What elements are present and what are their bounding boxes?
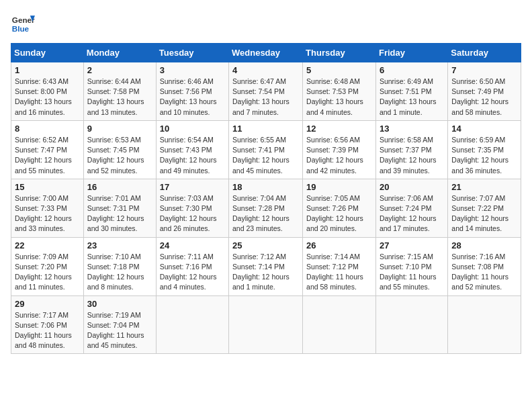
day-detail: Sunrise: 6:50 AM Sunset: 7:49 PM Dayligh… xyxy=(451,77,517,118)
day-number: 6 xyxy=(380,65,444,75)
day-number: 20 xyxy=(380,182,444,192)
day-detail: Sunrise: 6:43 AM Sunset: 8:00 PM Dayligh… xyxy=(15,77,80,118)
day-detail: Sunrise: 7:09 AM Sunset: 7:20 PM Dayligh… xyxy=(15,252,80,293)
day-detail: Sunrise: 7:01 AM Sunset: 7:31 PM Dayligh… xyxy=(87,193,152,234)
col-header-wednesday: Wednesday xyxy=(229,44,303,62)
calendar-cell: 4Sunrise: 6:47 AM Sunset: 7:54 PM Daylig… xyxy=(229,62,303,121)
calendar-table: SundayMondayTuesdayWednesdayThursdayFrid… xyxy=(11,43,521,354)
day-detail: Sunrise: 7:03 AM Sunset: 7:30 PM Dayligh… xyxy=(160,193,225,234)
calendar-cell: 3Sunrise: 6:46 AM Sunset: 7:56 PM Daylig… xyxy=(156,62,228,121)
calendar-cell: 12Sunrise: 6:56 AM Sunset: 7:39 PM Dayli… xyxy=(303,120,376,179)
day-number: 29 xyxy=(15,299,80,309)
day-detail: Sunrise: 7:12 AM Sunset: 7:14 PM Dayligh… xyxy=(232,252,299,293)
calendar-cell: 7Sunrise: 6:50 AM Sunset: 7:49 PM Daylig… xyxy=(448,62,521,121)
day-detail: Sunrise: 6:47 AM Sunset: 7:54 PM Dayligh… xyxy=(232,77,299,118)
calendar-cell xyxy=(229,295,303,354)
col-header-sunday: Sunday xyxy=(11,44,84,62)
week-row-3: 22Sunrise: 7:09 AM Sunset: 7:20 PM Dayli… xyxy=(11,237,521,295)
day-detail: Sunrise: 6:48 AM Sunset: 7:53 PM Dayligh… xyxy=(306,77,372,118)
day-detail: Sunrise: 7:04 AM Sunset: 7:28 PM Dayligh… xyxy=(232,193,299,234)
day-number: 5 xyxy=(306,65,372,75)
day-number: 17 xyxy=(160,182,225,192)
day-number: 22 xyxy=(15,240,80,250)
calendar-cell: 16Sunrise: 7:01 AM Sunset: 7:31 PM Dayli… xyxy=(83,179,156,237)
day-number: 4 xyxy=(232,65,299,75)
calendar-cell: 23Sunrise: 7:10 AM Sunset: 7:18 PM Dayli… xyxy=(83,237,156,295)
day-detail: Sunrise: 6:55 AM Sunset: 7:41 PM Dayligh… xyxy=(232,135,299,176)
calendar-cell xyxy=(375,295,447,354)
day-detail: Sunrise: 7:06 AM Sunset: 7:24 PM Dayligh… xyxy=(380,193,444,234)
calendar-cell: 22Sunrise: 7:09 AM Sunset: 7:20 PM Dayli… xyxy=(11,237,84,295)
logo: General Blue xyxy=(11,11,35,35)
day-detail: Sunrise: 7:07 AM Sunset: 7:22 PM Dayligh… xyxy=(451,193,517,234)
col-header-thursday: Thursday xyxy=(303,44,376,62)
day-number: 12 xyxy=(306,124,372,134)
day-detail: Sunrise: 7:17 AM Sunset: 7:06 PM Dayligh… xyxy=(15,310,80,351)
calendar-cell: 19Sunrise: 7:05 AM Sunset: 7:26 PM Dayli… xyxy=(303,179,376,237)
svg-text:Blue: Blue xyxy=(12,24,30,33)
calendar-cell: 24Sunrise: 7:11 AM Sunset: 7:16 PM Dayli… xyxy=(156,237,228,295)
day-number: 25 xyxy=(232,240,299,250)
calendar-cell: 25Sunrise: 7:12 AM Sunset: 7:14 PM Dayli… xyxy=(229,237,303,295)
col-header-friday: Friday xyxy=(375,44,447,62)
day-detail: Sunrise: 6:59 AM Sunset: 7:35 PM Dayligh… xyxy=(451,135,517,176)
day-number: 15 xyxy=(15,182,80,192)
calendar-cell: 15Sunrise: 7:00 AM Sunset: 7:33 PM Dayli… xyxy=(11,179,84,237)
day-number: 1 xyxy=(15,65,80,75)
day-detail: Sunrise: 6:44 AM Sunset: 7:58 PM Dayligh… xyxy=(87,77,152,118)
day-number: 21 xyxy=(451,182,517,192)
calendar-cell xyxy=(448,295,521,354)
day-detail: Sunrise: 7:14 AM Sunset: 7:12 PM Dayligh… xyxy=(306,252,372,293)
day-number: 27 xyxy=(380,240,444,250)
calendar-cell: 20Sunrise: 7:06 AM Sunset: 7:24 PM Dayli… xyxy=(375,179,447,237)
day-detail: Sunrise: 6:53 AM Sunset: 7:45 PM Dayligh… xyxy=(87,135,152,176)
day-detail: Sunrise: 6:58 AM Sunset: 7:37 PM Dayligh… xyxy=(380,135,444,176)
calendar-cell xyxy=(303,295,376,354)
day-number: 18 xyxy=(232,182,299,192)
day-number: 30 xyxy=(87,299,152,309)
day-detail: Sunrise: 6:54 AM Sunset: 7:43 PM Dayligh… xyxy=(160,135,225,176)
day-number: 14 xyxy=(451,124,517,134)
day-detail: Sunrise: 7:00 AM Sunset: 7:33 PM Dayligh… xyxy=(15,193,80,234)
day-detail: Sunrise: 6:46 AM Sunset: 7:56 PM Dayligh… xyxy=(160,77,225,118)
day-detail: Sunrise: 6:52 AM Sunset: 7:47 PM Dayligh… xyxy=(15,135,80,176)
day-detail: Sunrise: 7:19 AM Sunset: 7:04 PM Dayligh… xyxy=(87,310,152,351)
calendar-cell: 17Sunrise: 7:03 AM Sunset: 7:30 PM Dayli… xyxy=(156,179,228,237)
week-row-4: 29Sunrise: 7:17 AM Sunset: 7:06 PM Dayli… xyxy=(11,295,521,354)
calendar-cell: 14Sunrise: 6:59 AM Sunset: 7:35 PM Dayli… xyxy=(448,120,521,179)
day-number: 3 xyxy=(160,65,225,75)
logo-icon: General Blue xyxy=(11,11,35,35)
day-number: 8 xyxy=(15,124,80,134)
calendar-cell: 30Sunrise: 7:19 AM Sunset: 7:04 PM Dayli… xyxy=(83,295,156,354)
calendar-cell: 18Sunrise: 7:04 AM Sunset: 7:28 PM Dayli… xyxy=(229,179,303,237)
week-row-1: 8Sunrise: 6:52 AM Sunset: 7:47 PM Daylig… xyxy=(11,120,521,179)
calendar-cell: 26Sunrise: 7:14 AM Sunset: 7:12 PM Dayli… xyxy=(303,237,376,295)
day-number: 26 xyxy=(306,240,372,250)
day-detail: Sunrise: 7:10 AM Sunset: 7:18 PM Dayligh… xyxy=(87,252,152,293)
day-detail: Sunrise: 7:16 AM Sunset: 7:08 PM Dayligh… xyxy=(451,252,517,293)
day-number: 13 xyxy=(380,124,444,134)
week-row-2: 15Sunrise: 7:00 AM Sunset: 7:33 PM Dayli… xyxy=(11,179,521,237)
day-number: 7 xyxy=(451,65,517,75)
calendar-cell: 5Sunrise: 6:48 AM Sunset: 7:53 PM Daylig… xyxy=(303,62,376,121)
calendar-cell: 29Sunrise: 7:17 AM Sunset: 7:06 PM Dayli… xyxy=(11,295,84,354)
day-detail: Sunrise: 7:15 AM Sunset: 7:10 PM Dayligh… xyxy=(380,252,444,293)
day-number: 11 xyxy=(232,124,299,134)
calendar-cell: 27Sunrise: 7:15 AM Sunset: 7:10 PM Dayli… xyxy=(375,237,447,295)
day-detail: Sunrise: 7:11 AM Sunset: 7:16 PM Dayligh… xyxy=(160,252,225,293)
calendar-cell: 11Sunrise: 6:55 AM Sunset: 7:41 PM Dayli… xyxy=(229,120,303,179)
calendar-cell xyxy=(156,295,228,354)
calendar-cell: 6Sunrise: 6:49 AM Sunset: 7:51 PM Daylig… xyxy=(375,62,447,121)
day-number: 2 xyxy=(87,65,152,75)
col-header-saturday: Saturday xyxy=(448,44,521,62)
day-number: 23 xyxy=(87,240,152,250)
day-number: 10 xyxy=(160,124,225,134)
day-number: 19 xyxy=(306,182,372,192)
calendar-cell: 1Sunrise: 6:43 AM Sunset: 8:00 PM Daylig… xyxy=(11,62,84,121)
calendar-cell: 28Sunrise: 7:16 AM Sunset: 7:08 PM Dayli… xyxy=(448,237,521,295)
calendar-cell: 9Sunrise: 6:53 AM Sunset: 7:45 PM Daylig… xyxy=(83,120,156,179)
calendar-cell: 2Sunrise: 6:44 AM Sunset: 7:58 PM Daylig… xyxy=(83,62,156,121)
calendar-cell: 10Sunrise: 6:54 AM Sunset: 7:43 PM Dayli… xyxy=(156,120,228,179)
day-number: 24 xyxy=(160,240,225,250)
calendar-cell: 8Sunrise: 6:52 AM Sunset: 7:47 PM Daylig… xyxy=(11,120,84,179)
